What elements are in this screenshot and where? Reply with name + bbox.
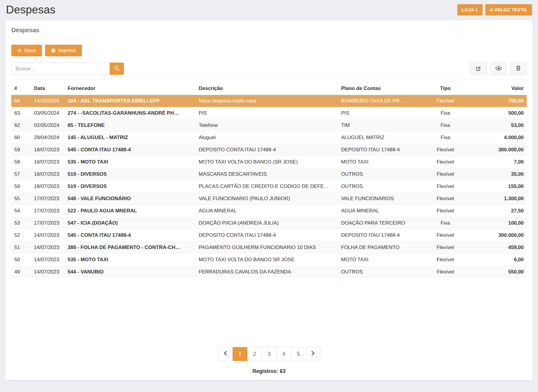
table-row[interactable]: 53 17/07/2023 547 - ICIA (DOAÇÃO) DOAÇÃO… [11,217,527,229]
chevron-left-icon [223,351,227,357]
search-button[interactable] [110,63,124,75]
pagination-page-2[interactable]: 2 [247,347,262,361]
column-header-type: Tipo [425,82,466,95]
toolbar: Nova Imprimir [11,45,527,56]
table-row[interactable]: 58 18/07/2023 535 - MOTO TAXI MOTO TAXI … [11,156,527,168]
table-row[interactable]: 59 18/07/2023 545 - CONTA ITAU 17488-4 D… [11,144,527,156]
new-expense-button[interactable]: Nova [11,45,42,56]
table-row[interactable]: 52 14/07/2023 545 - CONTA ITAU 17488-4 D… [11,229,527,242]
print-label: Imprimir [58,48,76,53]
view-button[interactable] [490,63,507,75]
printer-icon [51,48,56,53]
column-header-supplier: Fornecedor [65,82,196,95]
table-row[interactable]: 51 14/07/2023 380 - FOLHA DE PAGAMENTO -… [11,242,527,254]
table-row[interactable]: 49 14/07/2023 544 - VANUBIO FERRADURAS C… [11,266,527,278]
edit-icon [476,66,481,72]
column-header-value: Valor [466,82,527,95]
table-row[interactable]: 60 29/04/2024 145 - ALUGUEL - MATRIZ Alu… [11,132,527,144]
column-header-account-plan: Plano de Contas [338,82,425,95]
table-row[interactable]: 62 02/05/2024 85 - TELEFONE Telefone TIM… [11,119,527,132]
pagination-page-5[interactable]: 5 [291,347,306,361]
pagination-page-4[interactable]: 4 [276,347,291,361]
expenses-table: # Data Fornecedor Descrição Plano de Con… [11,82,527,278]
table-header-row: # Data Fornecedor Descrição Plano de Con… [11,82,527,95]
search-icon [114,66,119,72]
table-row[interactable]: 64 14/10/2025 324 - ADL TRANSPORTES EIRE… [11,95,527,107]
eye-icon [495,66,502,71]
column-header-description: Descrição [196,82,338,95]
edit-button[interactable] [470,63,487,75]
card-title: Despesas [5,20,533,40]
trash-icon [516,66,521,72]
top-bar: Despesas LOJA 1 A VELOZ TEXTIL [0,0,538,20]
table-row[interactable]: 54 17/07/2023 522 - PAULO AGUA MNERAL AG… [11,205,527,217]
table-row[interactable]: 57 18/07/2023 519 - DIVERSOS MASCARAS DE… [11,168,527,181]
records-count: Registros: 63 [11,368,527,374]
column-header-date: Data [31,82,65,95]
plus-icon [17,48,22,53]
search-input[interactable] [11,63,110,75]
table-row[interactable]: 50 14/07/2023 535 - MOTO TAXI MOTO TAXI … [11,254,527,266]
table-row[interactable]: 55 17/07/2023 548 - VALE FUNCIONÁRIO VAL… [11,193,527,205]
table-body: 64 14/10/2025 324 - ADL TRANSPORTES EIRE… [11,95,527,278]
chevron-right-icon [311,351,315,357]
search-group [11,63,124,75]
pagination-page-3[interactable]: 3 [262,347,277,361]
pagination: 12345 [218,347,321,361]
store-button-loja-1[interactable]: LOJA 1 [457,4,483,15]
pagination-page-1[interactable]: 1 [233,347,248,361]
print-button[interactable]: Imprimir [45,45,82,56]
pagination-prev-button[interactable] [218,347,233,361]
expenses-card: Despesas Nova Imprimir [5,20,533,380]
delete-button[interactable] [510,63,527,75]
store-button-company[interactable]: A VELOZ TEXTIL [485,4,532,15]
row-actions [470,63,527,75]
table-row[interactable]: 63 03/05/2024 274 - -SACOLITAS-GARANHUNS… [11,107,527,119]
pagination-next-button[interactable] [306,347,321,361]
column-header-id: # [11,82,31,95]
table-row[interactable]: 56 18/07/2023 519 - DIVERSOS PLACAS CART… [11,181,527,193]
page-title: Despesas [6,4,55,16]
store-buttons: LOJA 1 A VELOZ TEXTIL [457,4,532,15]
new-expense-label: Nova [24,48,36,53]
